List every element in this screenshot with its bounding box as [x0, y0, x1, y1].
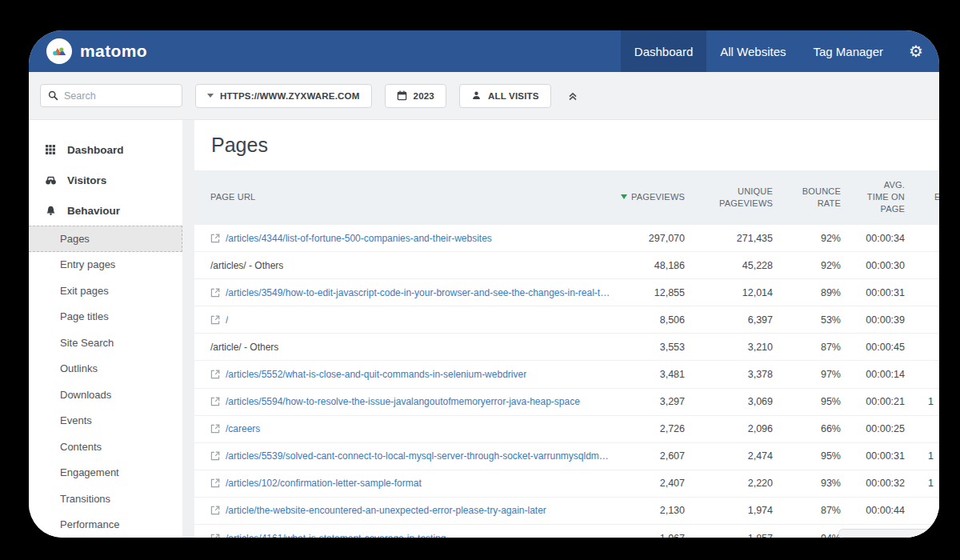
page-url-cell: / — [194, 314, 610, 326]
page-url-link[interactable]: /articles/4161/what-is-statement-coverag… — [226, 533, 446, 538]
column-header-exit-rate[interactable]: EXIT RATE — [926, 191, 939, 203]
page-url-link[interactable]: /article/the-website-encountered-an-unex… — [226, 505, 546, 516]
sidebar-item-entry-pages[interactable]: Entry pages — [29, 252, 182, 278]
page-url-link[interactable]: /articles/4344/list-of-fortune-500-compa… — [226, 233, 492, 244]
app-window: matomo DashboardAll WebsitesTag Manager … — [29, 30, 939, 538]
bounce-rate-value: 97% — [794, 369, 862, 380]
search-box[interactable] — [40, 84, 182, 107]
exit-rate-value: 1 — [926, 450, 939, 462]
avg-time-value: 00:00:39 — [862, 314, 926, 326]
sidebar-item-site-search[interactable]: Site Search — [29, 330, 182, 356]
matomo-logo[interactable]: matomo — [46, 38, 147, 64]
sidebar-item-downloads[interactable]: Downloads — [29, 382, 182, 408]
page-url-link[interactable]: /articles/5594/how-to-resolve-the-issue-… — [226, 396, 580, 407]
sidebar-item-exit-pages[interactable]: Exit pages — [29, 278, 182, 304]
external-link-icon[interactable] — [210, 315, 220, 325]
table-row: /articles/5539/solved-cant-connect-to-lo… — [194, 442, 939, 470]
page-url-link[interactable]: /articles/5552/what-is-close-and-quit-co… — [226, 369, 526, 380]
sidebar-item-pages[interactable]: Pages — [29, 226, 182, 252]
sidebar-item-label: Outlinks — [60, 362, 98, 374]
nav-item-dashboard[interactable]: Dashboard — [621, 30, 706, 72]
sidebar-item-behaviour[interactable]: Behaviour — [29, 195, 182, 226]
nav-item-all-websites[interactable]: All Websites — [706, 30, 799, 72]
sidebar-item-page-titles[interactable]: Page titles — [29, 304, 182, 330]
unique-pageviews-value: 271,435 — [706, 233, 794, 244]
sidebar-item-transitions[interactable]: Transitions — [29, 486, 182, 512]
column-header-bounce-rate[interactable]: BOUNCE RATE — [794, 186, 862, 210]
page-url-cell: /articles/5552/what-is-close-and-quit-co… — [194, 369, 610, 380]
avg-time-value: 00:00:21 — [862, 396, 926, 407]
table-header: PAGE URL PAGEVIEWS UNIQUE PAGEVIEWS BOUN… — [194, 170, 939, 224]
sidebar-item-visitors[interactable]: Visitors — [29, 165, 182, 195]
avg-time-value: 00:00:30 — [862, 260, 926, 271]
nav-item-label: Dashboard — [634, 45, 693, 58]
sidebar-item-label: Contents — [60, 441, 102, 453]
sidebar-item-outlinks[interactable]: Outlinks — [29, 356, 182, 382]
screenshot-canvas: matomo DashboardAll WebsitesTag Manager … — [0, 0, 960, 560]
table-row: /article/the-website-encountered-an-unex… — [194, 497, 939, 524]
nav-item-tag-manager[interactable]: Tag Manager — [800, 30, 898, 72]
avg-time-value: 00:00:34 — [862, 233, 926, 244]
column-header-avg-time-on-page[interactable]: AVG. TIME ON PAGE — [862, 179, 926, 215]
column-header-pageviews-label: PAGEVIEWS — [631, 192, 685, 202]
column-header-pageviews[interactable]: PAGEVIEWS — [610, 191, 706, 203]
external-link-icon[interactable] — [210, 451, 220, 461]
caret-down-icon — [207, 94, 214, 98]
sidebar-item-contents[interactable]: Contents — [29, 434, 182, 460]
page-url-cell: /articles/5594/how-to-resolve-the-issue-… — [194, 396, 610, 407]
segment-button[interactable]: ALL VISITS — [459, 84, 551, 108]
exit-rate-value: 1 — [926, 396, 939, 407]
pageviews-value: 2,726 — [610, 423, 706, 434]
external-link-icon[interactable] — [210, 288, 220, 298]
page-url-cell: /articles/4161/what-is-statement-coverag… — [194, 533, 610, 538]
pageviews-value: 297,070 — [610, 233, 706, 244]
sidebar-item-performance[interactable]: Performance — [29, 512, 182, 538]
segment-label: ALL VISITS — [488, 91, 539, 101]
column-header-page-url: PAGE URL — [194, 191, 610, 203]
sidebar-item-label: Page titles — [60, 310, 109, 322]
horizontal-scrollbar[interactable] — [838, 529, 939, 538]
avg-time-value: 00:00:31 — [862, 450, 926, 462]
nav-item-label: All Websites — [720, 45, 786, 58]
avg-time-value: 00:00:44 — [862, 505, 926, 516]
sidebar-item-label: Transitions — [60, 493, 110, 505]
external-link-icon[interactable] — [210, 424, 220, 434]
external-link-icon[interactable] — [210, 478, 220, 488]
search-input[interactable] — [64, 90, 174, 102]
page-url-link[interactable]: /careers — [226, 423, 260, 434]
pageviews-value: 3,481 — [610, 369, 706, 380]
site-selector-button[interactable]: HTTPS://WWW.ZYXWARE.COM — [195, 84, 372, 108]
column-header-unique-pageviews[interactable]: UNIQUE PAGEVIEWS — [706, 186, 794, 210]
external-link-icon[interactable] — [210, 506, 220, 515]
pageviews-value: 2,130 — [610, 505, 706, 516]
page-url-cell: /articles/ - Others — [194, 260, 610, 271]
sidebar-item-engagement[interactable]: Engagement — [29, 460, 182, 486]
nav-item-label: Tag Manager — [814, 45, 884, 58]
page-url-cell: /articles/102/confirmation-letter-sample… — [194, 478, 610, 489]
chevron-double-up-icon[interactable] — [564, 87, 582, 105]
avg-time-value: 00:00:25 — [862, 423, 926, 434]
date-range-button[interactable]: 2023 — [385, 84, 446, 108]
gear-icon[interactable]: ⚙ — [897, 43, 923, 59]
external-link-icon[interactable] — [210, 234, 220, 243]
exit-rate-value: 1 — [926, 478, 939, 489]
page-url-link[interactable]: /articles/5539/solved-cant-connect-to-lo… — [226, 450, 610, 462]
sidebar-item-events[interactable]: Events — [29, 408, 182, 434]
bounce-rate-value: 53% — [794, 314, 862, 326]
table-row: /article/ - Others 3,553 3,210 87% 00:00… — [194, 333, 939, 360]
sort-descending-icon — [621, 194, 627, 199]
sidebar-item-dashboard[interactable]: Dashboard — [29, 134, 182, 165]
page-url-link[interactable]: /articles/102/confirmation-letter-sample… — [226, 478, 422, 489]
external-link-icon[interactable] — [210, 397, 220, 406]
table-body: /articles/4344/list-of-fortune-500-compa… — [194, 224, 939, 538]
page-url-link[interactable]: / — [226, 314, 228, 326]
unique-pageviews-value: 2,220 — [706, 478, 794, 489]
sidebar-item-label: Dashboard — [67, 144, 124, 156]
external-link-icon[interactable] — [210, 370, 220, 379]
page-url-link[interactable]: /articles/3549/how-to-edit-javascript-co… — [226, 287, 610, 298]
page-url-cell: /careers — [194, 423, 610, 434]
unique-pageviews-value: 1,974 — [706, 505, 794, 516]
unique-pageviews-value: 1,857 — [706, 533, 794, 538]
external-link-icon[interactable] — [210, 534, 220, 538]
avg-time-value: 00:00:14 — [862, 369, 926, 380]
